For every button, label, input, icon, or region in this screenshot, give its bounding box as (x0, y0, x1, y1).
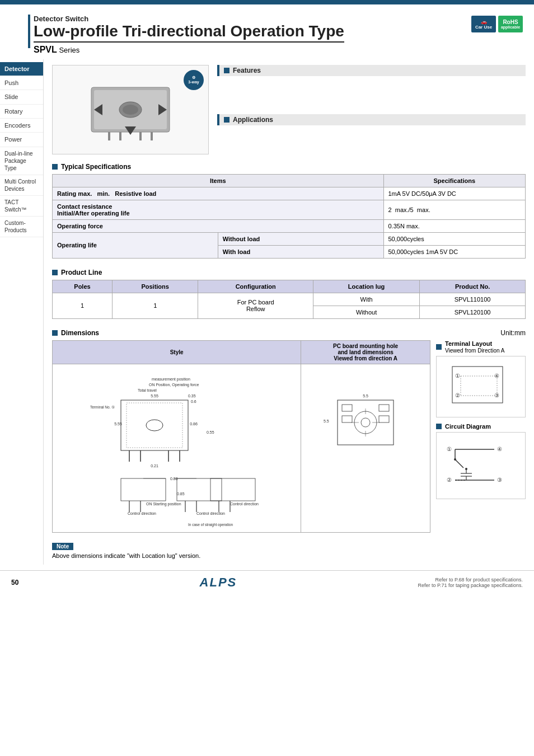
spec-val-rating: 1mA 5V DC/50μA 3V DC (383, 187, 526, 200)
sidebar-item-detector[interactable]: Detector (0, 62, 43, 76)
specs-title: Typical Specifications (52, 163, 526, 171)
col-product-no: Product No. (420, 280, 526, 293)
badges: 🚗 Car Use RoHS applicable (471, 16, 523, 32)
top-bar (0, 0, 534, 4)
rohs-sub-label: applicable (501, 25, 520, 29)
svg-text:5.55: 5.55 (151, 394, 158, 398)
table-row: Operating life Without load 50,000cycles (53, 232, 526, 245)
svg-text:④: ④ (497, 446, 502, 452)
spec-item-force: Operating force (53, 219, 384, 232)
sidebar-item-power[interactable]: Power (0, 133, 43, 147)
sidebar-item-slide[interactable]: Slide (0, 90, 43, 104)
cell-product-spvl120100: SPVL120100 (420, 306, 526, 318)
specs-col-items: Items (53, 174, 384, 187)
features-section: Features Applications (217, 65, 526, 154)
svg-text:ON Position, Operating force: ON Position, Operating force (149, 383, 199, 387)
dimensions-label: Dimensions (61, 329, 99, 337)
sidebar-item-dual[interactable]: Dual-in-line Package Type (0, 147, 43, 175)
features-square-icon (224, 68, 229, 73)
sidebar-item-multi[interactable]: Multi Control Devices (0, 175, 43, 196)
spec-val-without: 50,000cycles (383, 232, 526, 245)
style-drawing-svg: 5.55 5.55 0.86 0.21 Total travel ON Posi… (87, 367, 266, 529)
svg-text:Control direction: Control direction (196, 511, 225, 515)
rohs-badge: RoHS applicable (498, 16, 523, 32)
cell-positions: 1 (112, 293, 198, 318)
spec-sub-with: With load (218, 245, 383, 258)
svg-point-13 (146, 420, 163, 431)
svg-rect-9 (139, 132, 142, 140)
sidebar-item-custom[interactable]: Custom-Products (0, 217, 43, 237)
cell-poles: 1 (53, 293, 113, 318)
table-row: Contact resistanceInitial/After operatin… (53, 200, 526, 219)
sidebar-item-rotary[interactable]: Rotary (0, 105, 43, 119)
cell-location-without: Without (313, 306, 420, 318)
applications-header: Applications (217, 114, 526, 125)
product-line-section: Product Line Poles Positions Configurati… (52, 269, 526, 319)
svg-text:0.85: 0.85 (177, 492, 185, 496)
table-row: 1 1 For PC boardReflow With SPVL110100 (53, 293, 526, 306)
table-row: 5.55 5.55 0.86 0.21 Total travel ON Posi… (53, 364, 430, 532)
svg-text:ON Starting position: ON Starting position (146, 502, 181, 506)
spec-val-contact: 2 max./5 max. (383, 200, 526, 219)
spec-sub-without: Without load (218, 232, 383, 245)
dim-right: Terminal Layout Viewed from Direction A … (436, 340, 526, 533)
specs-label: Typical Specifications (61, 163, 131, 171)
dim-table: Style PC board mounting holeand land dim… (52, 340, 430, 533)
svg-text:5.5: 5.5 (363, 394, 368, 398)
svg-rect-48 (342, 405, 352, 411)
svg-text:③: ③ (494, 392, 499, 398)
spec-item-rating: Rating max. min. Resistive load (53, 187, 384, 200)
cell-location-with: With (313, 293, 420, 306)
svg-text:measurement position: measurement position (152, 377, 190, 382)
svg-rect-12 (127, 403, 182, 448)
svg-text:0.86: 0.86 (190, 422, 198, 426)
dimensions-section: Dimensions Unit:mm Style PC board mounti… (52, 329, 526, 533)
sidebar-item-push[interactable]: Push (0, 76, 43, 90)
col-location-lug: Location lug (313, 280, 420, 293)
circuit-diagram-svg: ① ② ④ ③ (441, 437, 514, 493)
sidebar-item-encoders[interactable]: Encoders (0, 119, 43, 133)
header-subtitle: Detector Switch (34, 15, 523, 23)
features-label: Features (233, 67, 261, 74)
dim-col-style: Style (53, 340, 301, 364)
svg-point-77 (454, 458, 456, 461)
product-line-label: Product Line (61, 269, 102, 276)
cell-configuration: For PC boardReflow (198, 293, 313, 318)
svg-text:0.6: 0.6 (191, 400, 196, 403)
alps-logo: ALPS (200, 575, 237, 590)
svg-text:③: ③ (497, 477, 502, 483)
terminal-layout-box: ① ② ③ ④ (436, 356, 526, 417)
features-content (217, 81, 526, 114)
pcboard-drawing-svg: 5.5 5.5 (321, 367, 410, 529)
terminal-layout-title: Terminal Layout Viewed from Direction A (436, 340, 526, 354)
features-header: Features (217, 65, 526, 76)
product-line-title: Product Line (52, 269, 526, 276)
col-configuration: Configuration (198, 280, 313, 293)
svg-point-53 (361, 418, 370, 427)
sidebar: Detector Push Slide Rotary Encoders Powe… (0, 59, 44, 565)
three-way-icon: ⚙ 3-way (184, 70, 204, 90)
table-row: Operating force 0.35N max. (53, 219, 526, 232)
footer-notes: Refer to P.68 for product specifications… (418, 577, 523, 588)
note-text: Above dimensions indicate "with Location… (52, 552, 526, 559)
terminal-layout-label: Terminal Layout Viewed from Direction A (445, 340, 505, 354)
svg-text:Terminal No. ①: Terminal No. ① (90, 405, 115, 409)
svg-point-3 (123, 105, 138, 115)
svg-text:0.21: 0.21 (151, 464, 158, 468)
main-content: ⚙ 3-way (44, 59, 534, 565)
dimensions-wrapper: Style PC board mounting holeand land dim… (52, 340, 526, 533)
applications-label: Applications (233, 116, 273, 124)
svg-rect-50 (379, 405, 389, 411)
svg-text:①: ① (447, 446, 452, 452)
specs-square-icon (52, 164, 58, 170)
sidebar-item-tact[interactable]: TACT Switch™ (0, 196, 43, 217)
dim-main: Style PC board mounting holeand land dim… (52, 340, 430, 533)
terminal-square-icon (436, 344, 442, 350)
circuit-square-icon (436, 424, 442, 429)
product-line-square-icon (52, 270, 58, 275)
spec-item-contact: Contact resistanceInitial/After operatin… (53, 200, 384, 219)
dim-cell-style: 5.55 5.55 0.86 0.21 Total travel ON Posi… (53, 364, 301, 532)
three-way-label: 3-way (188, 80, 199, 84)
viewed-from-label: Viewed from Direction A (445, 348, 505, 354)
header-series: SPVL Series (34, 45, 523, 55)
